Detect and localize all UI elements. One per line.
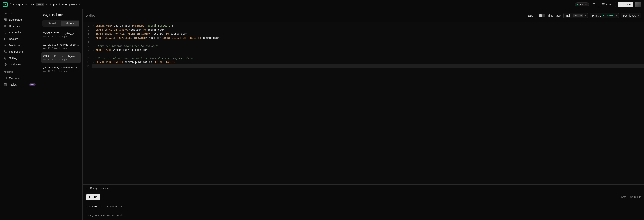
time-travel-label: Time Travel <box>548 14 561 17</box>
code-line: ALTER DEFAULT PRIVILEGES IN SCHEMA "publ… <box>92 36 644 40</box>
chevron-down-icon: ▾ <box>616 15 617 17</box>
org-switcher[interactable]: Amogh Bharadwaj FREE ⇅ <box>13 3 48 6</box>
code-line <box>92 64 644 68</box>
play-icon <box>89 196 91 198</box>
breadcrumb-separator: / <box>50 3 51 7</box>
plan-badge: FREE <box>36 3 44 6</box>
header-actions: ALL OK Share Upgrade <box>575 2 641 7</box>
section-label-branch: BRANCH <box>2 71 37 73</box>
status-dot-icon <box>603 15 604 16</box>
svg-rect-1 <box>4 19 5 20</box>
history-query: /* In Neon, databases a… <box>43 66 79 69</box>
nav-dashboard[interactable]: Dashboard <box>2 17 37 23</box>
code-line: ▸ALTER USER peerdb_user REPLICATION; <box>92 48 644 52</box>
database-dropdown[interactable]: peerdb-test ▾ <box>621 13 641 19</box>
nav-quickstart[interactable]: Quickstart <box>2 62 37 68</box>
branches-icon <box>4 25 7 28</box>
query-time: 86ms <box>620 195 626 198</box>
time-travel-toggle[interactable] <box>538 14 545 18</box>
editor-area: Untitled Save Time Travel main DEFAULT ▾… <box>83 9 644 220</box>
main-layout: PROJECT Dashboard Branches SQL Editor Re… <box>0 9 644 220</box>
save-button[interactable]: Save <box>525 13 536 19</box>
history-item[interactable]: ALTER USER peerdb_user … Aug 10, 2024 - … <box>41 41 80 52</box>
tab-saved[interactable]: Saved <box>43 21 61 26</box>
nav-label: Settings <box>9 57 18 60</box>
code-content[interactable]: ▸CREATE USER peerdb_user PASSWORD 'peerd… <box>92 22 644 184</box>
restore-icon <box>4 38 7 41</box>
svg-point-0 <box>602 4 604 4</box>
svg-point-9 <box>4 51 5 51</box>
compute-label: Primary <box>592 14 601 17</box>
chevron-updown-icon: ⇅ <box>78 3 80 6</box>
status-dot-icon <box>577 4 578 5</box>
branch-dropdown[interactable]: main DEFAULT ▾ <box>564 13 588 19</box>
run-button[interactable]: Run <box>86 194 100 200</box>
neon-logo[interactable] <box>3 2 8 7</box>
history-query: ALTER USER peerdb_user … <box>43 43 79 46</box>
status-label: ALL OK <box>579 4 587 6</box>
query-summary: No result <box>630 195 640 198</box>
default-badge: DEFAULT <box>573 15 583 17</box>
run-label: Run <box>92 195 97 198</box>
history-item[interactable]: /* In Neon, databases a… Aug 10, 2024 - … <box>41 64 80 75</box>
monitoring-icon <box>4 44 7 47</box>
dashboard-icon <box>4 18 7 21</box>
project-switcher[interactable]: peerdb-neon-project ⇅ <box>53 3 80 6</box>
nav-label: Tables <box>9 83 16 86</box>
compute-dropdown[interactable]: Primary ACTIVE ▾ <box>590 13 619 19</box>
chevron-down-icon: ▾ <box>585 15 586 17</box>
overview-icon <box>4 77 7 80</box>
nav-monitoring[interactable]: Monitoring <box>2 42 37 48</box>
breadcrumb: / Amogh Bharadwaj FREE ⇅ / peerdb-neon-p… <box>3 2 80 7</box>
history-query: CREATE USER peerdb_user… <box>43 55 79 58</box>
code-line <box>92 52 644 56</box>
nav-settings[interactable]: Settings <box>2 55 37 61</box>
branch-name: main <box>566 14 571 17</box>
nav-label: Overview <box>9 77 20 80</box>
notifications-button[interactable] <box>591 2 597 7</box>
nav-integrations[interactable]: Integrations <box>2 49 37 55</box>
share-button[interactable]: Share <box>599 2 616 7</box>
svg-point-6 <box>4 27 5 27</box>
nav-label: Quickstart <box>9 63 21 66</box>
sql-editor-icon <box>4 31 7 34</box>
result-tabs: 1: INSERT 10 2: SELECT 20 <box>83 202 644 211</box>
history-panel: SQL Editor Saved History INSERT INTO pla… <box>40 9 83 220</box>
quickstart-icon <box>4 63 7 66</box>
upgrade-button[interactable]: Upgrade <box>618 2 634 7</box>
panel-title: SQL Editor <box>40 9 82 20</box>
share-label: Share <box>606 3 613 6</box>
editor-toolbar: Untitled Save Time Travel main DEFAULT ▾… <box>83 9 644 22</box>
result-tab[interactable]: 2: SELECT 20 <box>107 202 124 211</box>
code-line: GRANT USAGE ON SCHEMA "public" TO peerdb… <box>92 28 644 32</box>
code-editor[interactable]: 1 2 3 4 5 6 7 8 9 10 11 ▸CREATE USER pee… <box>83 22 644 184</box>
saved-history-tabs: Saved History <box>42 20 80 27</box>
nav-overview[interactable]: Overview <box>2 75 37 81</box>
users-icon <box>602 3 605 6</box>
nav-label: Monitoring <box>9 44 21 47</box>
result-tab[interactable]: 1: INSERT 10 <box>86 202 102 211</box>
svg-rect-4 <box>6 20 6 21</box>
chevron-down-icon: ▾ <box>638 15 639 17</box>
history-list: INSERT INTO playing_wit… Aug 10, 2024 - … <box>40 30 82 220</box>
tab-history[interactable]: History <box>61 21 79 26</box>
chevron-updown-icon: ⇅ <box>46 3 48 6</box>
gear-icon <box>4 57 7 60</box>
nav-branches[interactable]: Branches <box>2 23 37 29</box>
system-status[interactable]: ALL OK <box>575 3 589 7</box>
connection-status-bar: Ready to connect <box>83 184 644 192</box>
svg-point-11 <box>5 58 6 59</box>
nav-label: Integrations <box>9 50 23 53</box>
nav-label: Dashboard <box>9 18 22 21</box>
history-item[interactable]: CREATE USER peerdb_user… Aug 10, 2024 - … <box>41 53 80 63</box>
history-item[interactable]: INSERT INTO playing_wit… Aug 10, 2024 - … <box>41 30 80 40</box>
nav-sql-editor[interactable]: SQL Editor <box>2 30 37 36</box>
avatar[interactable] <box>635 2 641 7</box>
nav-restore[interactable]: Restore <box>2 36 37 42</box>
nav-tables[interactable]: Tables NEW <box>2 82 37 88</box>
svg-rect-13 <box>4 77 6 79</box>
svg-rect-15 <box>4 84 6 86</box>
app-header: / Amogh Bharadwaj FREE ⇅ / peerdb-neon-p… <box>0 0 644 9</box>
nav-label: Branches <box>9 25 20 28</box>
integrations-icon <box>4 50 7 53</box>
